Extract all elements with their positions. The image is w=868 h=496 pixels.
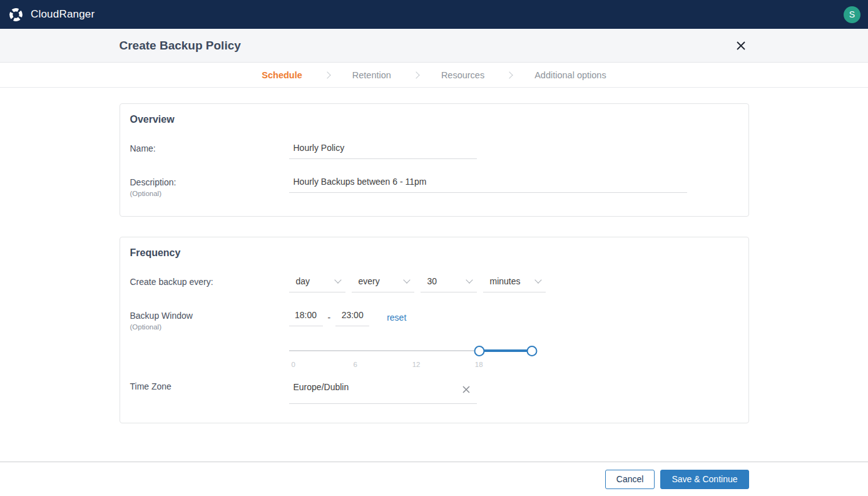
slider-tick-0: 0	[291, 361, 295, 368]
backup-window-label: Backup Window	[130, 309, 289, 321]
window-range-separator: -	[328, 313, 331, 323]
description-label: Description:	[130, 175, 289, 187]
interval-mode-select[interactable]: every	[352, 275, 414, 292]
chevron-right-icon	[324, 71, 330, 78]
step-resources[interactable]: Resources	[441, 70, 484, 80]
wizard-steps: Schedule Retention Resources Additional …	[0, 63, 868, 88]
brand-logo[interactable]: CloudRanger	[8, 7, 94, 23]
chevron-down-icon	[466, 276, 472, 283]
close-button[interactable]	[735, 39, 747, 52]
overview-card: Overview Name: Description: (Optional)	[120, 103, 749, 217]
backup-window-slider-row: 0 6 12 18	[130, 337, 738, 371]
interval-unit-select[interactable]: day	[289, 275, 345, 292]
modal-body: Overview Name: Description: (Optional) F…	[0, 88, 868, 462]
brand-name: CloudRanger	[31, 8, 94, 21]
create-backup-every-row: Create backup every: day every 30 minute…	[130, 275, 738, 292]
timezone-input[interactable]	[289, 381, 461, 398]
slider-tick-6: 6	[353, 361, 357, 368]
chevron-down-icon	[534, 276, 541, 283]
create-backup-every-label: Create backup every:	[130, 275, 289, 287]
description-optional-hint: (Optional)	[130, 190, 289, 197]
chevron-right-icon	[412, 71, 419, 78]
cancel-button[interactable]: Cancel	[605, 470, 655, 489]
modal-footer: Cancel Save & Continue	[0, 462, 868, 496]
modal-header: Create Backup Policy	[0, 29, 868, 63]
reset-window-link[interactable]: reset	[387, 313, 406, 323]
user-avatar[interactable]: S	[844, 6, 860, 23]
timezone-field	[289, 380, 477, 404]
slider-selected-range	[479, 349, 531, 352]
slider-end-handle[interactable]	[526, 346, 537, 356]
window-end-input[interactable]	[335, 309, 369, 326]
avatar-initial: S	[849, 9, 855, 19]
step-schedule[interactable]: Schedule	[262, 70, 302, 80]
interval-mode-value: every	[359, 276, 380, 286]
window-start-input[interactable]	[289, 309, 323, 326]
description-input[interactable]	[289, 175, 687, 193]
name-row: Name:	[130, 142, 738, 159]
description-row: Description: (Optional)	[130, 175, 738, 197]
overview-heading: Overview	[130, 114, 738, 125]
interval-count-select[interactable]: 30	[421, 275, 477, 292]
step-retention[interactable]: Retention	[352, 70, 391, 80]
chevron-down-icon	[403, 276, 410, 283]
pinwheel-logo-icon	[8, 7, 24, 23]
interval-count-value: 30	[427, 276, 437, 286]
timezone-clear-button[interactable]	[461, 385, 472, 394]
timezone-label: Time Zone	[130, 380, 289, 391]
clear-x-icon	[462, 385, 471, 394]
top-navbar: CloudRanger S	[0, 0, 868, 29]
step-additional-options[interactable]: Additional options	[534, 70, 606, 80]
backup-window-optional-hint: (Optional)	[130, 323, 289, 331]
page-title: Create Backup Policy	[120, 39, 241, 53]
interval-granularity-value: minutes	[490, 276, 521, 286]
save-continue-button[interactable]: Save & Continue	[660, 470, 748, 489]
interval-unit-value: day	[296, 276, 310, 286]
frequency-card: Frequency Create backup every: day every…	[120, 237, 749, 423]
interval-granularity-select[interactable]: minutes	[483, 275, 546, 292]
chevron-down-icon	[334, 276, 341, 283]
slider-tick-12: 12	[412, 361, 421, 368]
frequency-heading: Frequency	[130, 247, 738, 259]
backup-window-row: Backup Window (Optional) - reset	[130, 309, 738, 331]
timezone-row: Time Zone	[130, 380, 738, 404]
name-input[interactable]	[289, 142, 477, 159]
backup-window-slider: 0 6 12 18	[289, 342, 537, 371]
name-label: Name:	[130, 142, 289, 153]
slider-start-handle[interactable]	[474, 346, 485, 356]
chevron-right-icon	[506, 71, 513, 78]
close-icon	[736, 41, 746, 51]
slider-tick-18: 18	[475, 361, 483, 368]
